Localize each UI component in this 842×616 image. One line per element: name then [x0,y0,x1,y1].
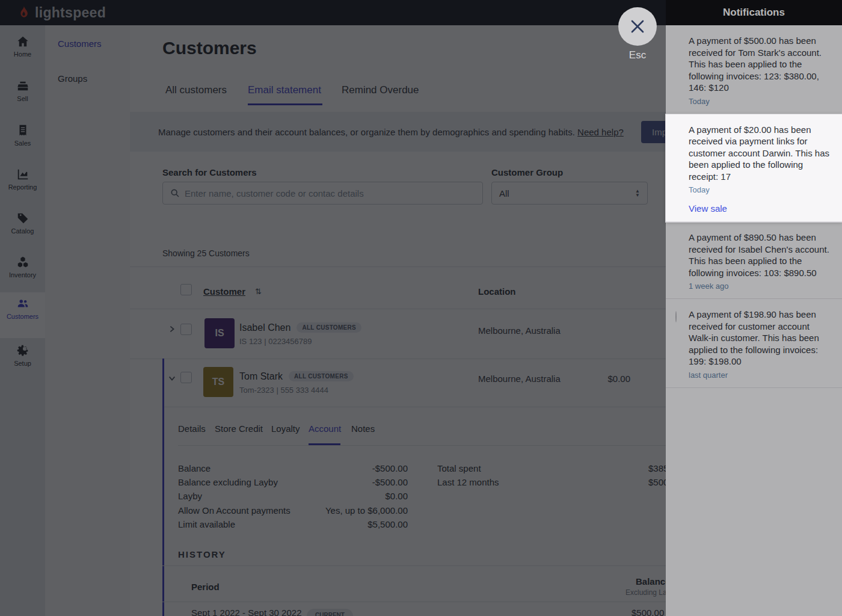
close-button-circle[interactable] [618,7,657,46]
close-overlay-button[interactable]: Esc [618,7,657,61]
dim-overlay-panel [666,0,842,616]
notification-item-highlighted[interactable]: A payment of $20.00 has been received vi… [666,114,842,223]
dim-overlay-app [0,0,666,616]
close-icon [630,19,645,34]
esc-label: Esc [618,49,657,61]
app-viewport: lightspeed Home Sell Sales Reporting Cat… [0,0,842,616]
view-sale-link[interactable]: View sale [689,203,832,214]
notification-text: A payment of $20.00 has been received vi… [689,124,832,183]
notification-time: Today [689,185,832,194]
